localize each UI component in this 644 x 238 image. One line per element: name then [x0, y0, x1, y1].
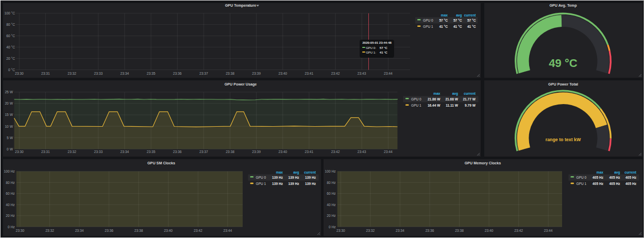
svg-text:23:43: 23:43 — [358, 150, 366, 154]
svg-text:0 Hz: 0 Hz — [329, 225, 336, 229]
svg-text:current: current — [464, 13, 477, 17]
svg-text:21.86 W: 21.86 W — [428, 97, 440, 101]
svg-text:23:30: 23:30 — [336, 229, 345, 232]
svg-text:60 Hz: 60 Hz — [6, 192, 15, 195]
svg-text:avg: avg — [452, 92, 458, 96]
svg-text:23:31: 23:31 — [41, 72, 50, 75]
svg-text:405 Hz: 405 Hz — [609, 176, 621, 179]
svg-text:60 °C: 60 °C — [6, 34, 15, 38]
svg-text:GPU Memory Clocks: GPU Memory Clocks — [465, 161, 501, 165]
svg-text:49 °C: 49 °C — [549, 57, 577, 70]
svg-text:23:34: 23:34 — [121, 150, 129, 154]
svg-text:23:44: 23:44 — [544, 229, 553, 232]
svg-text:23:34: 23:34 — [75, 229, 84, 232]
svg-text:current: current — [304, 171, 316, 174]
svg-text:20 W: 20 W — [5, 101, 13, 105]
svg-text:405 Hz: 405 Hz — [592, 182, 604, 185]
svg-text:15 W: 15 W — [5, 113, 13, 116]
svg-text:23:35: 23:35 — [147, 72, 156, 75]
svg-text:GPU 1: GPU 1 — [411, 104, 421, 107]
svg-text:23:43: 23:43 — [358, 72, 366, 75]
svg-text:GPU 0: GPU 0 — [256, 176, 266, 179]
svg-text:80 Hz: 80 Hz — [327, 181, 336, 184]
svg-text:405 Hz: 405 Hz — [625, 182, 637, 185]
svg-text:23:33: 23:33 — [94, 72, 103, 75]
svg-text:23:42: 23:42 — [514, 229, 523, 232]
svg-text:11.11 W: 11.11 W — [446, 104, 459, 107]
svg-text:139 Hz: 139 Hz — [289, 176, 300, 179]
svg-text:57 °C: 57 °C — [467, 19, 476, 22]
svg-text:23:37: 23:37 — [199, 150, 208, 154]
svg-text:405 Hz: 405 Hz — [609, 182, 621, 185]
svg-text:21.77 W: 21.77 W — [463, 97, 476, 101]
svg-text:23:44: 23:44 — [384, 150, 393, 154]
svg-text:100 Hz: 100 Hz — [325, 169, 336, 173]
svg-text:139 Hz: 139 Hz — [272, 182, 283, 185]
svg-text:80 °C: 80 °C — [6, 23, 15, 26]
svg-text:max: max — [276, 171, 283, 174]
svg-text:20 °C: 20 °C — [6, 57, 15, 60]
svg-text:23:36: 23:36 — [173, 72, 182, 75]
svg-text:avg: avg — [456, 13, 462, 18]
svg-text:139 Hz: 139 Hz — [272, 176, 283, 179]
svg-text:41 °C: 41 °C — [467, 25, 476, 28]
svg-text:23:41: 23:41 — [305, 72, 314, 75]
svg-text:0 W: 0 W — [7, 147, 13, 151]
svg-text:23:40: 23:40 — [278, 150, 287, 154]
svg-text:23:32: 23:32 — [45, 229, 54, 232]
svg-text:100 Hz: 100 Hz — [4, 169, 15, 173]
svg-text:23:33: 23:33 — [94, 150, 103, 154]
svg-text:23:39: 23:39 — [252, 150, 261, 154]
svg-text:139 Hz: 139 Hz — [305, 176, 316, 179]
svg-text:23:35: 23:35 — [147, 150, 156, 154]
svg-text:max: max — [441, 13, 448, 17]
svg-text:16.44 W: 16.44 W — [428, 104, 440, 107]
svg-text:23:36: 23:36 — [426, 229, 434, 232]
svg-text:23:37: 23:37 — [199, 72, 208, 75]
svg-text:GPU 1: GPU 1 — [423, 25, 433, 28]
svg-text:current: current — [624, 171, 637, 174]
svg-text:23:42: 23:42 — [331, 150, 340, 154]
svg-text:21.68 W: 21.68 W — [445, 97, 458, 101]
svg-text:23:32: 23:32 — [366, 229, 375, 232]
svg-text:23:38: 23:38 — [455, 229, 464, 232]
svg-text:41 °C: 41 °C — [439, 25, 448, 28]
svg-text:5 W: 5 W — [7, 136, 13, 140]
svg-text:41 °C: 41 °C — [453, 25, 462, 28]
svg-text:23:40: 23:40 — [164, 229, 173, 232]
svg-text:23:30: 23:30 — [15, 72, 24, 75]
svg-text:23:32: 23:32 — [67, 150, 76, 154]
svg-text:23:36: 23:36 — [105, 229, 113, 232]
svg-text:0 Hz: 0 Hz — [8, 225, 15, 229]
svg-text:GPU 0: GPU 0 — [411, 97, 421, 101]
svg-text:GPU Power Usage: GPU Power Usage — [225, 82, 257, 87]
svg-text:23:40: 23:40 — [278, 72, 287, 75]
svg-text:23:34: 23:34 — [396, 229, 404, 232]
svg-text:23:40: 23:40 — [485, 229, 494, 232]
svg-text:max: max — [597, 171, 604, 174]
svg-text:avg: avg — [614, 171, 620, 175]
svg-text:23:39: 23:39 — [252, 72, 261, 75]
svg-text:20 Hz: 20 Hz — [327, 214, 336, 217]
svg-text:139 Hz: 139 Hz — [289, 182, 300, 185]
svg-text:40 Hz: 40 Hz — [6, 203, 15, 207]
svg-text:range to text kW: range to text kW — [546, 137, 581, 142]
svg-text:40 °C: 40 °C — [6, 45, 15, 49]
svg-text:GPU 1: GPU 1 — [577, 182, 587, 185]
svg-text:23:38: 23:38 — [134, 229, 143, 232]
svg-text:23:36: 23:36 — [173, 150, 182, 154]
svg-text:57 °C: 57 °C — [439, 19, 448, 22]
svg-text:10 W: 10 W — [5, 125, 13, 128]
svg-text:100 °C: 100 °C — [4, 11, 15, 15]
svg-text:23:44: 23:44 — [223, 229, 232, 232]
svg-text:GPU SM Clocks: GPU SM Clocks — [147, 161, 175, 165]
svg-text:40 Hz: 40 Hz — [327, 203, 336, 207]
svg-text:GPU 0: GPU 0 — [577, 176, 587, 179]
svg-text:405 Hz: 405 Hz — [592, 176, 604, 179]
svg-text:23:38: 23:38 — [226, 72, 234, 75]
svg-text:GPU 0: GPU 0 — [423, 19, 433, 22]
svg-text:max: max — [433, 92, 440, 95]
svg-text:9.79 W: 9.79 W — [465, 104, 476, 107]
svg-text:avg: avg — [293, 171, 299, 175]
svg-text:23:32: 23:32 — [67, 72, 76, 75]
